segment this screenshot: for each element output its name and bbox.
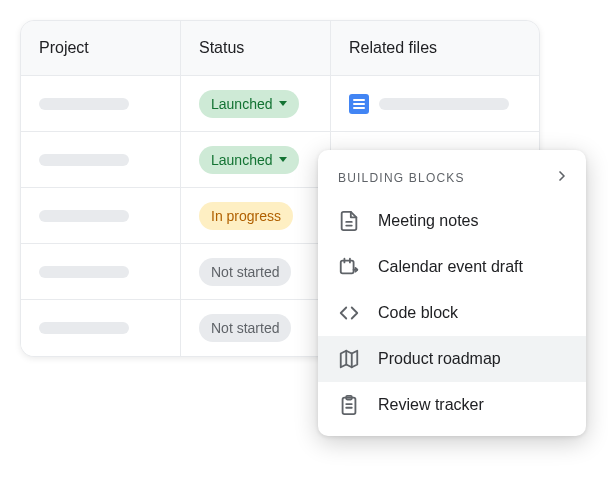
status-chip-label: Not started	[211, 320, 279, 336]
status-cell[interactable]: In progress	[181, 188, 331, 244]
status-chip-label: Not started	[211, 264, 279, 280]
status-chip-label: In progress	[211, 208, 281, 224]
popup-item-label: Meeting notes	[378, 212, 479, 230]
document-icon	[338, 210, 360, 232]
clipboard-icon	[338, 394, 360, 416]
popup-item-label: Product roadmap	[378, 350, 501, 368]
column-header-project: Project	[21, 21, 181, 76]
popup-item-label: Code block	[378, 304, 458, 322]
project-cell[interactable]	[21, 188, 181, 244]
map-icon	[338, 348, 360, 370]
status-chip-label: Launched	[211, 152, 273, 168]
project-cell[interactable]	[21, 132, 181, 188]
status-chip-in-progress[interactable]: In progress	[199, 202, 293, 230]
popup-item-review-tracker[interactable]: Review tracker	[318, 382, 586, 428]
table-row: Launched	[21, 76, 539, 132]
svg-marker-5	[341, 351, 358, 368]
placeholder-bar	[39, 98, 129, 110]
placeholder-bar	[39, 210, 129, 222]
svg-rect-2	[341, 261, 354, 274]
chevron-right-icon	[554, 168, 570, 188]
popup-item-label: Calendar event draft	[378, 258, 523, 276]
building-blocks-popup: BUILDING BLOCKS Meeting notes Calendar e…	[318, 150, 586, 436]
project-cell[interactable]	[21, 300, 181, 356]
status-chip-label: Launched	[211, 96, 273, 112]
status-chip-not-started[interactable]: Not started	[199, 258, 291, 286]
google-doc-icon	[349, 94, 369, 114]
placeholder-bar	[39, 154, 129, 166]
status-chip-launched[interactable]: Launched	[199, 90, 299, 118]
placeholder-bar	[379, 98, 509, 110]
project-cell[interactable]	[21, 244, 181, 300]
status-cell[interactable]: Not started	[181, 244, 331, 300]
chevron-down-icon	[279, 157, 287, 162]
status-chip-launched[interactable]: Launched	[199, 146, 299, 174]
related-cell[interactable]	[331, 76, 539, 132]
popup-item-code-block[interactable]: Code block	[318, 290, 586, 336]
chevron-down-icon	[279, 101, 287, 106]
popup-item-label: Review tracker	[378, 396, 484, 414]
column-header-related: Related files	[331, 21, 539, 76]
status-cell[interactable]: Launched	[181, 132, 331, 188]
calendar-icon	[338, 256, 360, 278]
popup-item-calendar-draft[interactable]: Calendar event draft	[318, 244, 586, 290]
placeholder-bar	[39, 266, 129, 278]
popup-item-product-roadmap[interactable]: Product roadmap	[318, 336, 586, 382]
status-cell[interactable]: Launched	[181, 76, 331, 132]
placeholder-bar	[39, 322, 129, 334]
project-cell[interactable]	[21, 76, 181, 132]
popup-item-meeting-notes[interactable]: Meeting notes	[318, 198, 586, 244]
code-icon	[338, 302, 360, 324]
popup-header[interactable]: BUILDING BLOCKS	[318, 158, 586, 198]
status-chip-not-started[interactable]: Not started	[199, 314, 291, 342]
status-cell[interactable]: Not started	[181, 300, 331, 356]
table-header-row: Project Status Related files	[21, 21, 539, 76]
popup-title: BUILDING BLOCKS	[338, 171, 465, 185]
column-header-status: Status	[181, 21, 331, 76]
